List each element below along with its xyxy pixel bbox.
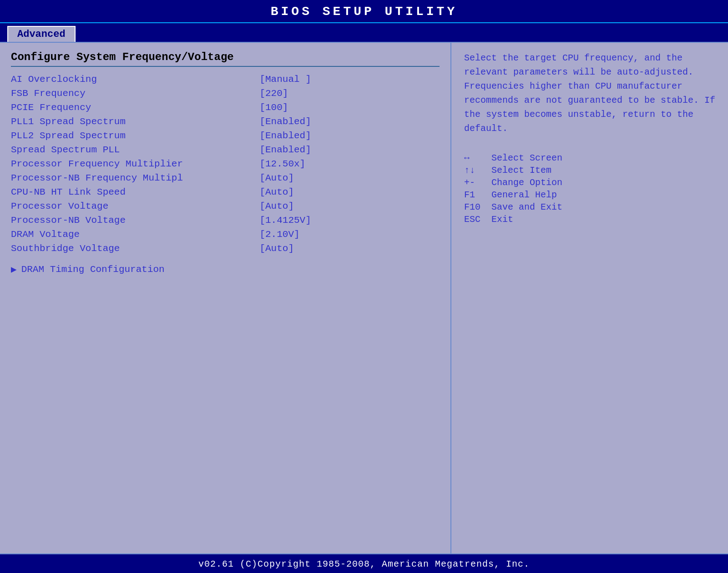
menu-item-label: Processor-NB Frequency Multipl — [11, 173, 259, 183]
key-code: ↔ — [464, 153, 491, 163]
menu-item-value: [2.10V] — [259, 229, 440, 240]
menu-item-label: Processor Frequency Multiplier — [11, 159, 259, 169]
right-panel: Select the target CPU frequency, and the… — [451, 43, 728, 553]
key-desc: Select Item — [491, 165, 551, 176]
menu-item-value: [1.4125V] — [259, 215, 440, 226]
menu-item[interactable]: Processor-NB Voltage[1.4125V] — [11, 214, 440, 226]
menu-item[interactable]: CPU-NB HT Link Speed[Auto] — [11, 186, 440, 198]
menu-item[interactable]: DRAM Voltage[2.10V] — [11, 228, 440, 241]
menu-item-label: PLL2 Spread Spectrum — [11, 131, 259, 141]
menu-item[interactable]: PLL1 Spread Spectrum[Enabled] — [11, 116, 440, 128]
menu-item-label: AI Overclocking — [11, 74, 259, 85]
menu-item-label: DRAM Voltage — [11, 229, 259, 240]
key-desc: Select Screen — [491, 153, 562, 163]
bios-frame: BIOS SETUP UTILITY Advanced Configure Sy… — [0, 0, 728, 573]
key-help-list: ↔Select Screen↑↓Select Item+-Change Opti… — [464, 153, 718, 226]
menu-item-label: PCIE Frequency — [11, 102, 259, 113]
bottom-bar: v02.61 (C)Copyright 1985-2008, American … — [0, 553, 728, 573]
bios-title: BIOS SETUP UTILITY — [271, 5, 457, 19]
menu-item-value: [12.50x] — [259, 159, 440, 169]
menu-item-value: [220] — [259, 88, 440, 99]
menu-item-label: FSB Frequency — [11, 88, 259, 99]
key-code: F10 — [464, 202, 491, 212]
menu-item-label: Processor-NB Voltage — [11, 215, 259, 226]
menu-item-value: [Enabled] — [259, 131, 440, 141]
left-panel: Configure System Frequency/Voltage AI Ov… — [0, 43, 451, 553]
menu-item-label: Spread Spectrum PLL — [11, 145, 259, 155]
copyright-text: v02.61 (C)Copyright 1985-2008, American … — [198, 559, 530, 569]
menu-item[interactable]: FSB Frequency[220] — [11, 87, 440, 100]
menu-item-value: [Enabled] — [259, 145, 440, 155]
menu-item-value: [Auto] — [259, 187, 440, 197]
menu-item[interactable]: Processor-NB Frequency Multipl[Auto] — [11, 172, 440, 184]
key-desc: Change Option — [491, 177, 562, 188]
menu-item-value: [Manual ] — [259, 74, 440, 85]
menu-item[interactable]: PLL2 Spread Spectrum[Enabled] — [11, 130, 440, 142]
menu-item-value: [100] — [259, 102, 440, 113]
menu-item-label: PLL1 Spread Spectrum — [11, 116, 259, 127]
key-help-item: +-Change Option — [464, 177, 718, 188]
tab-advanced[interactable]: Advanced — [7, 26, 76, 42]
menu-item-value: [Enabled] — [259, 116, 440, 127]
menu-item[interactable]: PCIE Frequency[100] — [11, 101, 440, 114]
main-content: Configure System Frequency/Voltage AI Ov… — [0, 43, 728, 553]
key-code: F1 — [464, 190, 491, 200]
section-divider — [11, 66, 440, 67]
key-code: ESC — [464, 214, 491, 225]
key-desc: Exit — [491, 214, 513, 225]
menu-item-label: Southbridge Voltage — [11, 243, 259, 254]
key-help-item: F1General Help — [464, 190, 718, 200]
menu-item-label: CPU-NB HT Link Speed — [11, 187, 259, 197]
key-help-item: ↔Select Screen — [464, 153, 718, 163]
menu-item-value: [Auto] — [259, 243, 440, 254]
key-desc: General Help — [491, 190, 557, 200]
menu-item-value: [Auto] — [259, 173, 440, 183]
key-code: ↑↓ — [464, 165, 491, 176]
menu-item[interactable]: Southbridge Voltage[Auto] — [11, 242, 440, 255]
menu-item-label: Processor Voltage — [11, 201, 259, 211]
key-help-item: ESCExit — [464, 214, 718, 225]
help-text: Select the target CPU frequency, and the… — [464, 51, 718, 136]
submenu-dram-timing[interactable]: ▶ DRAM Timing Configuration — [11, 264, 440, 275]
menu-item[interactable]: AI Overclocking[Manual ] — [11, 73, 440, 85]
menu-item[interactable]: Processor Frequency Multiplier[12.50x] — [11, 158, 440, 170]
menu-items-list: AI Overclocking[Manual ]FSB Frequency[22… — [11, 73, 440, 255]
title-bar: BIOS SETUP UTILITY — [0, 0, 728, 23]
submenu-arrow: ▶ — [11, 264, 17, 275]
key-help-item: F10Save and Exit — [464, 202, 718, 212]
key-code: +- — [464, 177, 491, 188]
submenu-label: DRAM Timing Configuration — [21, 264, 165, 275]
section-title: Configure System Frequency/Voltage — [11, 51, 440, 63]
key-help-item: ↑↓Select Item — [464, 165, 718, 176]
menu-item[interactable]: Spread Spectrum PLL[Enabled] — [11, 144, 440, 156]
tab-row: Advanced — [0, 23, 728, 43]
key-desc: Save and Exit — [491, 202, 562, 212]
menu-item-value: [Auto] — [259, 201, 440, 211]
menu-item[interactable]: Processor Voltage[Auto] — [11, 200, 440, 212]
